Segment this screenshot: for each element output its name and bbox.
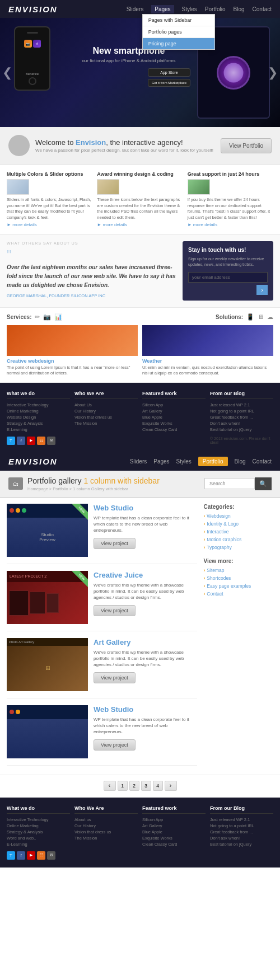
page-4-btn[interactable]: 4 [153, 781, 163, 791]
footer-bottom-col-3-link-2[interactable]: Blue Apple [142, 829, 206, 834]
pagination-next[interactable]: › [165, 781, 177, 791]
footer-col-4-link-1[interactable]: Not going to a point IRL [210, 409, 273, 414]
facebook-icon[interactable]: f [17, 437, 25, 445]
nav-item-pages[interactable]: Pages [151, 5, 174, 13]
footer-bottom-col-3-link-1[interactable]: Art Gallery [142, 823, 206, 828]
footer-col-3-link-2[interactable]: Blue Apple [142, 415, 206, 420]
testimonial-left: WHAT OTHERS SAY ABOUT US " Over the last… [7, 241, 177, 301]
nav-item-styles[interactable]: Styles [182, 6, 197, 12]
second-nav-sliders[interactable]: Sliders [130, 458, 147, 465]
second-nav-contact[interactable]: Contact [253, 458, 272, 465]
footer-bottom-col-1-link-3[interactable]: Word and web.. [7, 836, 70, 841]
sidebar-more-0[interactable]: ›Sitemap [204, 568, 273, 573]
portfolio-item-3-view-btn[interactable]: View project [94, 739, 136, 751]
page-1-btn[interactable]: 1 [118, 781, 128, 791]
footer-bottom-col-4-link-1[interactable]: Not going to a point IRL [210, 823, 273, 828]
footer-col-1-link-1[interactable]: Online Marketing [7, 409, 70, 414]
dropdown-item-pages-sidebar[interactable]: Pages with Sidebar [143, 15, 214, 26]
footer-col-4-link-3[interactable]: Don't ask when! [210, 421, 273, 426]
youtube-icon[interactable]: ▶ [27, 437, 35, 445]
footer-bottom-col-4-link-0[interactable]: Just released WP 2.1 [210, 817, 273, 822]
sidebar-more-2[interactable]: ›Easy page examples [204, 583, 273, 589]
footer-bottom-col-2-link-2[interactable]: Vision that dress us [74, 829, 138, 834]
feature-3-more[interactable]: ► more details [188, 222, 273, 227]
footer-col-4-link-2[interactable]: Great feedback from ... [210, 415, 273, 420]
footer-col-1-link-2[interactable]: Website Design [7, 415, 70, 420]
footer-bottom-col-1-link-1[interactable]: Online Marketing [7, 823, 70, 828]
sidebar-more-1[interactable]: ›Shortcodes [204, 575, 273, 581]
top-logo[interactable]: ENVISION [8, 4, 58, 14]
hero-prev-arrow[interactable]: ❮ [2, 65, 12, 80]
footer-email-icon[interactable]: ✉ [47, 851, 55, 860]
hero-next-arrow[interactable]: ❯ [268, 65, 278, 80]
nav-item-sliders[interactable]: Sliders [127, 6, 144, 12]
footer-bottom-col-2-link-0[interactable]: About us [74, 817, 138, 822]
page-3-btn[interactable]: 3 [141, 781, 151, 791]
footer-rss-icon[interactable]: ☷ [37, 851, 45, 860]
footer-col-2-link-0[interactable]: About Us [74, 402, 138, 407]
pagination-prev[interactable]: ‹ [104, 781, 116, 791]
rss-icon[interactable]: ☷ [37, 437, 45, 445]
marketplace-btn[interactable]: Get it from Marketplace [148, 79, 190, 87]
sidebar-cat-2[interactable]: ›Interactive [204, 529, 273, 534]
portfolio-item-0-view-btn[interactable]: View project [94, 538, 136, 549]
sidebar-more-3[interactable]: ›Contact [204, 591, 273, 597]
portfolio-item-2-view-btn[interactable]: View project [94, 672, 136, 683]
footer-bottom-col-2-link-1[interactable]: Our History [74, 823, 138, 828]
email-submit-button[interactable]: › [256, 285, 268, 295]
page-2-btn[interactable]: 2 [129, 781, 139, 791]
sidebar-cat-3[interactable]: ›Motion Graphics [204, 537, 273, 542]
footer-bottom-col-3-link-3[interactable]: Exquisite Works [142, 836, 206, 841]
footer-youtube-icon[interactable]: ▶ [27, 851, 35, 860]
footer-bottom-col-1-link-0[interactable]: Interactive Technology [7, 817, 70, 822]
services-chart-icon: 📊 [54, 313, 62, 321]
second-nav-blog[interactable]: Blog [235, 458, 246, 465]
footer-col-2-link-1[interactable]: Our History [74, 409, 138, 414]
footer-col-1-link-3[interactable]: Strategy & Analysis [7, 421, 70, 426]
second-nav-portfolio[interactable]: Portfolio [198, 457, 228, 466]
footer-col-3-link-1[interactable]: Art Gallery [142, 409, 206, 414]
footer-col-4-link-4[interactable]: Best tutorial on jQuery [210, 427, 273, 432]
footer-bottom-col-1-link-4[interactable]: E-Learning [7, 842, 70, 847]
nav-item-blog[interactable]: Blog [234, 6, 245, 12]
footer-bottom-col-4-link-2[interactable]: Great feedback from ... [210, 829, 273, 834]
email-icon[interactable]: ✉ [47, 437, 55, 445]
footer-bottom-col-4-link-3[interactable]: Don't ask when! [210, 836, 273, 841]
footer-col-4-link-0[interactable]: Just released WP 2.1 [210, 402, 273, 407]
portfolio-item-1-view-btn[interactable]: View project [94, 605, 136, 616]
footer-col-3-link-3[interactable]: Exquisite Works [142, 421, 206, 426]
nav-item-portfolio[interactable]: Portfolio [205, 6, 226, 12]
footer-bottom-col-3-link-0[interactable]: Silicon App [142, 817, 206, 822]
twitter-icon[interactable]: T [7, 437, 15, 445]
email-input[interactable] [188, 272, 268, 283]
footer-col-3-link-0[interactable]: Silicon App [142, 402, 206, 407]
feature-1-more[interactable]: ► more details [7, 222, 92, 227]
portfolio-heading-block: Portfolio gallery 1 column with sidebar … [27, 476, 160, 491]
footer-col-1-link-0[interactable]: Interactive Technology [7, 402, 70, 407]
feature-2-more[interactable]: ► more details [97, 222, 183, 227]
footer-col-3-link-4[interactable]: Clean Classy Card [142, 427, 206, 432]
second-logo[interactable]: ENVISION [8, 457, 58, 466]
footer-bottom-col-4-link-4[interactable]: Best tutorial on jQuery [210, 842, 273, 847]
search-input[interactable] [204, 478, 255, 489]
dropdown-item-portfolio-pages[interactable]: Portfolio pages [143, 26, 214, 38]
footer-col-1-link-4[interactable]: E-Learning [7, 427, 70, 432]
second-nav-styles[interactable]: Styles [176, 458, 192, 465]
sidebar-cat-0[interactable]: ›Webdesign [204, 513, 273, 519]
nav-item-contact[interactable]: Contact [253, 6, 272, 12]
sidebar-cat-4[interactable]: ›Typography [204, 545, 273, 550]
top-nav-items: Sliders Pages Styles Portfolio Blog Cont… [127, 5, 272, 13]
dropdown-item-pricing[interactable]: Pricing page [143, 38, 214, 49]
footer-col-2-link-2[interactable]: Vision that drives us [74, 415, 138, 420]
footer-bottom-col-2-link-3[interactable]: The Mission [74, 836, 138, 841]
footer-facebook-icon[interactable]: f [17, 851, 25, 860]
footer-bottom-col-3-link-4[interactable]: Clean Classy Card [142, 842, 206, 847]
sidebar-cat-1[interactable]: ›Identity & Logo [204, 521, 273, 527]
second-nav-pages[interactable]: Pages [153, 458, 169, 465]
view-portfolio-button[interactable]: View Portfolio [221, 138, 272, 153]
app-store-btn[interactable]: App Store [148, 68, 190, 77]
search-button[interactable]: 🔍 [255, 477, 272, 490]
footer-col-2-link-3[interactable]: The Mission [74, 421, 138, 426]
footer-bottom-col-1-link-2[interactable]: Strategy & Analysis [7, 829, 70, 834]
footer-twitter-icon[interactable]: T [7, 851, 15, 860]
